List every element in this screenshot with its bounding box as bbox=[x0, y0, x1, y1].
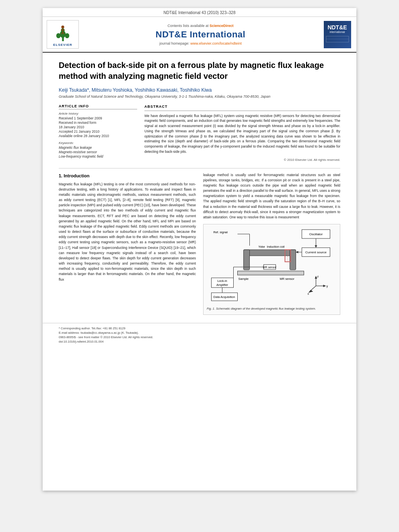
section1-paragraph2: leakage method is usually used for ferro… bbox=[203, 173, 340, 220]
sciencedirect-line: Contents lists available at ScienceDirec… bbox=[167, 24, 233, 28]
history-label: Article history: bbox=[59, 112, 137, 115]
svg-text:Oscillator: Oscillator bbox=[309, 232, 323, 236]
svg-text:Current source: Current source bbox=[305, 251, 327, 254]
email-line: E-mail address: tsukada@cc.okayama-u.ac.… bbox=[59, 331, 340, 335]
ndti-logo: NDT&E international bbox=[322, 20, 352, 49]
journal-center: Contents lists available at ScienceDirec… bbox=[82, 20, 319, 49]
footer-notes: * Corresponding author. Tel./fax: +81 86… bbox=[43, 323, 356, 347]
corresponding-author: * Corresponding author. Tel./fax: +81 86… bbox=[59, 327, 340, 330]
section1-heading: 1. Introduction bbox=[59, 173, 196, 179]
svg-point-2 bbox=[56, 33, 60, 39]
svg-text:Induction coil: Induction coil bbox=[267, 245, 285, 249]
svg-text:MR sensor: MR sensor bbox=[263, 266, 277, 269]
svg-text:Data Acquisition: Data Acquisition bbox=[214, 295, 235, 299]
body-left-column: 1. Introduction Magnetic flux leakage (M… bbox=[59, 173, 196, 315]
svg-text:z: z bbox=[317, 275, 319, 278]
keywords-label: Keywords: bbox=[59, 141, 137, 145]
abstract-heading: ABSTRACT bbox=[144, 104, 340, 111]
journal-homepage: journal homepage: www.elsevier.com/locat… bbox=[159, 41, 242, 45]
journal-title: NDT&E International bbox=[156, 29, 245, 40]
svg-marker-47 bbox=[309, 290, 313, 293]
article-info-heading: ARTICLE INFO bbox=[59, 104, 137, 109]
affiliation: Graduate School of Natural Science and T… bbox=[59, 94, 340, 99]
elsevier-brand: ELSEVIER bbox=[53, 43, 72, 47]
figure1: Oscillator Current source Ref. signal bbox=[203, 224, 340, 315]
issn-line: 0963-8695/$ - see front matter © 2010 El… bbox=[59, 335, 340, 339]
svg-text:y: y bbox=[327, 284, 328, 288]
svg-text:Amplifier: Amplifier bbox=[216, 283, 228, 287]
journal-reference: NDT&E International 43 (2010) 323–328 bbox=[43, 8, 356, 17]
journal-header: ELSEVIER Contents lists available at Sci… bbox=[43, 17, 356, 53]
svg-text:Ref. signal: Ref. signal bbox=[214, 230, 228, 234]
authors: Keiji Tsukada*, Mitsuteru Yoshioka, Yosh… bbox=[59, 87, 340, 93]
svg-point-5 bbox=[61, 26, 64, 29]
keywords: Magnetic flux leakage Magneto-resistive … bbox=[59, 146, 137, 158]
article-title: Detection of back-side pit on a ferrous … bbox=[59, 60, 340, 82]
abstract-text: We have developed a magnetic flux leakag… bbox=[144, 113, 340, 154]
svg-text:Lock-in: Lock-in bbox=[217, 279, 227, 283]
article-info: ARTICLE INFO Article history: Received 1… bbox=[59, 104, 137, 162]
copyright: © 2010 Elsevier Ltd. All rights reserved… bbox=[144, 158, 340, 162]
svg-rect-26 bbox=[238, 271, 304, 275]
figure1-diagram: Oscillator Current source Ref. signal bbox=[207, 228, 337, 304]
svg-marker-52 bbox=[296, 251, 298, 253]
homepage-url: www.elsevier.com/locate/ndteint bbox=[190, 41, 242, 45]
svg-text:MR sensor: MR sensor bbox=[280, 277, 295, 281]
body-right-column: leakage method is usually used for ferro… bbox=[203, 173, 340, 315]
svg-marker-50 bbox=[315, 245, 317, 248]
article-dates: Received 1 September 2009 Received in re… bbox=[59, 116, 137, 138]
elsevier-logo: ELSEVIER bbox=[47, 20, 79, 49]
svg-text:x: x bbox=[308, 292, 309, 296]
doi-line: doi:10.1016/j.ndteint.2010.01.004 bbox=[59, 340, 340, 343]
figure1-caption: Fig. 1. Schematic diagram of the develop… bbox=[207, 306, 337, 311]
abstract: ABSTRACT We have developed a magnetic fl… bbox=[144, 104, 340, 162]
section1-paragraph1: Magnetic flux leakage (MFL) testing is o… bbox=[59, 182, 196, 282]
svg-rect-10 bbox=[326, 36, 349, 42]
svg-text:Yoke: Yoke bbox=[258, 245, 265, 249]
svg-point-3 bbox=[65, 33, 69, 39]
svg-text:Sample: Sample bbox=[239, 277, 249, 281]
svg-marker-44 bbox=[323, 285, 326, 287]
sciencedirect-link: ScienceDirect bbox=[210, 24, 234, 28]
